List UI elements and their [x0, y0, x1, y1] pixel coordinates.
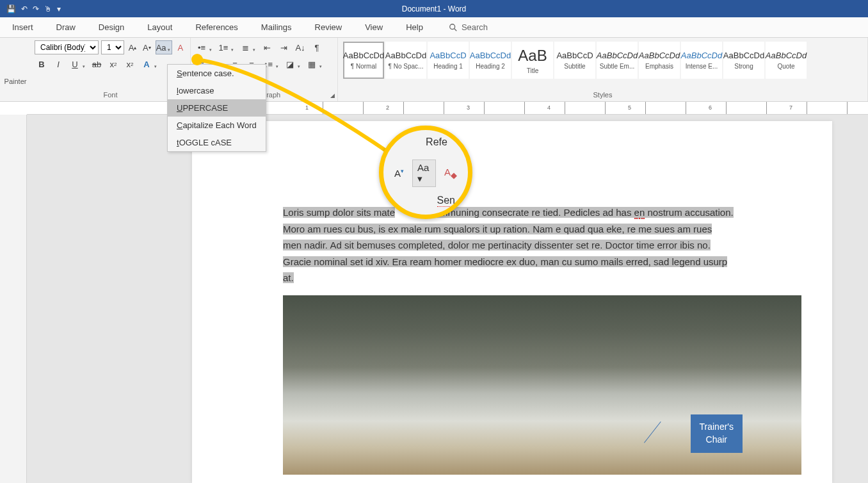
lens-shrink-font-icon: A▾: [390, 166, 408, 181]
numbering-button[interactable]: 1≡: [216, 40, 236, 54]
case-menu-item-0[interactable]: Sentence case.: [168, 65, 266, 82]
style-subtitle[interactable]: AaBbCcDSubtitle: [554, 42, 595, 79]
case-menu-item-3[interactable]: Capitalize Each Word: [168, 117, 266, 134]
change-case-button[interactable]: Aa: [156, 40, 172, 54]
format-painter-label: Painter: [0, 38, 31, 101]
style-emphasis[interactable]: AaBbCcDdEmphasis: [639, 42, 680, 79]
font-group-label: Font: [35, 91, 186, 100]
subscript-button[interactable]: x2: [106, 57, 120, 71]
case-menu-item-1[interactable]: lowercase: [168, 82, 266, 99]
style-subtle-em-[interactable]: AaBbCcDdSubtle Em...: [597, 42, 638, 79]
text-effects-button[interactable]: A: [140, 57, 159, 71]
style--no-spac-[interactable]: AaBbCcDd¶ No Spac...: [385, 42, 426, 79]
italic-button[interactable]: I: [51, 57, 65, 71]
embedded-image[interactable]: Trainer's Chair: [283, 295, 801, 475]
multilevel-list-button[interactable]: ≣: [238, 40, 257, 54]
case-menu-item-4[interactable]: tOGGLE cASE: [168, 134, 266, 151]
style-heading-2[interactable]: AaBbCcDdHeading 2: [470, 42, 511, 79]
style-heading-1[interactable]: AaBbCcDHeading 1: [428, 42, 469, 79]
underline-button[interactable]: U: [68, 57, 87, 71]
ruler-mark-1: 1: [305, 104, 309, 111]
lens-change-case-button: Aa ▾: [412, 160, 436, 187]
superscript-button[interactable]: x2: [123, 57, 137, 71]
zoom-lens: Refe A▾ Aa ▾ A◆ Sen: [379, 126, 472, 219]
style-gallery[interactable]: AaBbCcDd¶ NormalAaBbCcDd¶ No Spac...AaBb…: [342, 40, 864, 80]
tab-insert[interactable]: Insert: [10, 19, 36, 36]
ruler-mark-6: 6: [709, 104, 712, 111]
style-intense-e-[interactable]: AaBbCcDdIntense E...: [681, 42, 722, 79]
document-page[interactable]: Loris sump dolor sits mate communing con…: [192, 121, 832, 483]
font-name-select[interactable]: Calibri (Body): [35, 40, 99, 54]
ribbon-tabs: Insert Draw Design Layout References Mai…: [0, 17, 868, 38]
styles-group-label: Styles: [342, 91, 864, 100]
style-strong[interactable]: AaBbCcDdStrong: [723, 42, 764, 79]
paragraph-dialog-launcher[interactable]: ◢: [330, 92, 335, 99]
strikethrough-button[interactable]: ab: [90, 57, 104, 71]
tab-design[interactable]: Design: [96, 19, 127, 36]
ribbon: Painter Calibri (Body) 11 A▴ A▾ Aa A B I…: [0, 38, 868, 102]
search-label: Search: [462, 22, 488, 32]
vertical-ruler[interactable]: [0, 115, 27, 483]
ruler-mark-4: 4: [547, 104, 551, 111]
window-title: Document1 - Word: [402, 4, 466, 13]
change-case-menu: Sentence case.lowercaseUPPERCASECapitali…: [167, 64, 266, 152]
tab-references[interactable]: References: [193, 19, 240, 36]
image-callout[interactable]: Trainer's Chair: [691, 414, 743, 452]
font-size-select[interactable]: 11: [101, 40, 124, 54]
shrink-font-button[interactable]: A▾: [141, 40, 152, 54]
tell-me-search[interactable]: Search: [449, 22, 488, 32]
tab-layout[interactable]: Layout: [145, 19, 175, 36]
svg-point-0: [450, 24, 455, 29]
style-quote[interactable]: AaBbCcDdQuote: [766, 42, 807, 79]
shading-button[interactable]: ◪: [283, 57, 302, 71]
lens-bottom-text: Sen: [437, 195, 455, 207]
case-menu-item-2[interactable]: UPPERCASE: [168, 99, 266, 117]
bold-button[interactable]: B: [35, 57, 49, 71]
title-bar: 💾 ↶ ↷ 🖱 ▾ Document1 - Word: [0, 0, 868, 17]
svg-line-1: [454, 28, 457, 31]
callout-leader-line: [644, 421, 689, 464]
annotation-pointer-dot: [191, 54, 203, 65]
styles-group: AaBbCcDd¶ NormalAaBbCcDd¶ No Spac...AaBb…: [338, 38, 868, 101]
tab-help[interactable]: Help: [403, 19, 426, 36]
show-marks-button[interactable]: ¶: [310, 40, 324, 54]
tab-draw[interactable]: Draw: [54, 19, 78, 36]
grow-font-button[interactable]: A▴: [127, 40, 138, 54]
redo-icon[interactable]: ↷: [33, 4, 39, 13]
tab-review[interactable]: Review: [312, 19, 345, 36]
tab-view[interactable]: View: [362, 19, 385, 36]
style-title[interactable]: AaBTitle: [512, 42, 553, 79]
borders-button[interactable]: ▦: [305, 57, 324, 71]
clear-formatting-button[interactable]: A: [175, 40, 186, 54]
touch-mode-icon[interactable]: 🖱: [44, 4, 52, 13]
ruler-mark-7: 7: [789, 104, 792, 111]
undo-icon[interactable]: ↶: [21, 4, 28, 13]
style--normal[interactable]: AaBbCcDd¶ Normal: [343, 42, 384, 79]
ruler-mark-5: 5: [628, 104, 631, 111]
ruler-mark-2: 2: [386, 104, 389, 111]
quick-access-toolbar: 💾 ↶ ↷ 🖱 ▾: [0, 4, 61, 13]
bullets-button[interactable]: •≡: [195, 40, 214, 54]
customize-qat-icon[interactable]: ▾: [57, 4, 61, 13]
lens-clear-format-icon: A◆: [440, 165, 462, 182]
search-icon: [449, 23, 458, 32]
save-icon[interactable]: 💾: [6, 4, 16, 13]
sort-button[interactable]: A↓: [293, 40, 307, 54]
ruler-mark-3: 3: [467, 104, 470, 111]
body-paragraph[interactable]: Loris sump dolor sits mate communing con…: [283, 204, 768, 286]
horizontal-ruler[interactable]: 1234567: [27, 102, 868, 115]
tab-mailings[interactable]: Mailings: [259, 19, 294, 36]
decrease-indent-button[interactable]: ⇤: [260, 40, 274, 54]
lens-top-text: Refe: [426, 136, 447, 148]
increase-indent-button[interactable]: ⇥: [277, 40, 291, 54]
